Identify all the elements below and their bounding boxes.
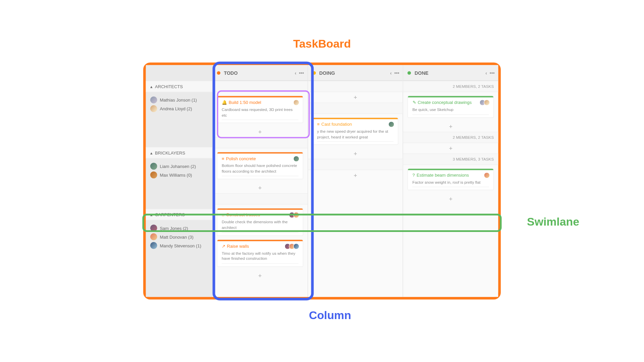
task-card[interactable]: 🔔Build 1:50 modelCardboard was requested…: [217, 96, 303, 123]
annotation-column: Column: [309, 309, 351, 322]
avatar: [484, 172, 490, 178]
more-icon[interactable]: •••: [299, 70, 304, 75]
swimlane-name: BRICKLAYERS: [155, 150, 185, 155]
task-cell: 🔔Build 1:50 modelCardboard was requested…: [213, 92, 308, 127]
task-description: y the new speed dryer acquired for the s…: [317, 129, 393, 142]
member-item[interactable]: Mandy Stevenson (1): [150, 242, 208, 249]
task-icon: ≡: [317, 122, 320, 126]
column-title: DOING: [319, 70, 335, 75]
task-assignees: [486, 172, 490, 178]
task-icon: ✎: [413, 100, 416, 105]
avatar: [150, 225, 157, 232]
task-description: Cardboard was requested, 3D print trees …: [222, 107, 298, 120]
task-card[interactable]: ⌂Construct trussesDouble check the dimen…: [217, 208, 303, 236]
task-description: Factor snow weight in, roof is pretty fl…: [413, 180, 489, 187]
chevron-up-icon: ▴: [150, 212, 153, 217]
task-card[interactable]: ≡Cast foundationy the new speed dryer ac…: [312, 117, 398, 145]
avatar: [150, 171, 157, 178]
task-title: Estimate beam dimensions: [417, 173, 469, 177]
member-item[interactable]: Sam Jones (2): [150, 225, 208, 232]
member-name: Matt Donovan (3): [160, 234, 193, 239]
task-icon: ↗: [222, 244, 225, 248]
add-task-button[interactable]: +: [403, 194, 498, 204]
member-item[interactable]: Max Williams (0): [150, 171, 208, 178]
task-cell: ≡Polish concreteBottom floor should have…: [213, 148, 308, 183]
task-cell: ?Estimate beam dimensionsFactor snow wei…: [403, 165, 498, 194]
swimlane-name: ARCHITECTS: [155, 84, 183, 89]
swimlane-header[interactable]: ▴BRICKLAYERS: [146, 147, 212, 159]
add-task-button[interactable]: +: [213, 127, 308, 137]
member-item[interactable]: Matt Donovan (3): [150, 233, 208, 240]
chevron-up-icon: ▴: [150, 84, 153, 89]
member-name: Mathias Jonson (1): [160, 98, 197, 102]
task-description: Be quick, use Sketchup: [413, 107, 489, 115]
task-cell: ≡Cast foundationy the new speed dryer ac…: [308, 114, 403, 148]
task-cell: ⌂Construct trussesDouble check the dimen…: [213, 205, 308, 270]
chevron-left-icon[interactable]: ‹: [390, 70, 392, 75]
add-task-button[interactable]: +: [403, 143, 498, 153]
task-title: Create conceptual drawings: [418, 100, 472, 105]
task-icon: 🔔: [222, 100, 227, 105]
column-header[interactable]: DOING‹•••: [308, 65, 403, 81]
task-assignees: [290, 212, 299, 218]
swimlane-members: Liam Johansen (2)Max Williams (0): [146, 158, 212, 183]
avatar: [293, 212, 299, 218]
chevron-left-icon[interactable]: ‹: [485, 70, 487, 75]
more-icon[interactable]: •••: [490, 70, 495, 75]
member-name: Andrea Lloyd (2): [160, 106, 192, 111]
task-card[interactable]: ✎Create conceptual drawingsBe quick, use…: [408, 96, 494, 118]
task-card[interactable]: ?Estimate beam dimensionsFactor snow wei…: [408, 168, 494, 190]
avatar: [150, 105, 157, 112]
task-description: Timo at the factory will notify us when …: [222, 250, 298, 263]
column-doing: DOING‹••• + ≡Cast foundationy the new sp…: [308, 65, 403, 297]
status-dot: [217, 71, 220, 74]
add-task-button[interactable]: +: [213, 183, 308, 193]
add-task-button[interactable]: +: [308, 92, 403, 103]
member-item[interactable]: Mathias Jonson (1): [150, 97, 208, 104]
add-task-button[interactable]: +: [403, 121, 498, 131]
task-assignees: [286, 243, 299, 249]
more-icon[interactable]: •••: [394, 70, 399, 75]
task-title: Raise walls: [227, 244, 249, 248]
member-item[interactable]: Liam Johansen (2): [150, 163, 208, 170]
add-task-button[interactable]: +: [213, 270, 308, 281]
avatar: [293, 156, 299, 162]
add-task-button[interactable]: +: [308, 148, 403, 159]
avatar: [293, 100, 299, 106]
task-card[interactable]: ≡Polish concreteBottom floor should have…: [217, 152, 303, 179]
member-name: Mandy Stevenson (1): [160, 243, 201, 248]
column-header[interactable]: DONE‹•••: [403, 65, 498, 81]
avatar: [484, 100, 490, 106]
task-description: Double check the dimensions with the arc…: [222, 220, 298, 233]
taskboard: ▴ARCHITECTSMathias Jonson (1)Andrea Lloy…: [143, 62, 501, 299]
swimlane-members: Sam Jones (2)Matt Donovan (3)Mandy Steve…: [146, 220, 212, 253]
swimlane-header[interactable]: ▴CARPENTERS: [146, 209, 212, 220]
swimlane-members: Mathias Jonson (1)Andrea Lloyd (2): [146, 92, 212, 117]
task-card[interactable]: ↗Raise wallsTimo at the factory will not…: [217, 239, 303, 267]
swimlane-header[interactable]: ▴ARCHITECTS: [146, 81, 212, 92]
annotation-taskboard: TaskBoard: [293, 37, 351, 51]
column-todo: TODO‹••• 🔔Build 1:50 modelCardboard was …: [213, 65, 308, 297]
task-cell: ✎Create conceptual drawingsBe quick, use…: [403, 92, 498, 121]
task-icon: ≡: [222, 156, 224, 161]
chevron-left-icon[interactable]: ‹: [295, 70, 297, 75]
avatar: [150, 97, 157, 104]
status-dot: [408, 71, 411, 74]
task-assignees: [295, 156, 299, 162]
task-title: Build 1:50 model: [229, 100, 261, 105]
task-icon: ⌂: [222, 213, 224, 217]
member-item[interactable]: Andrea Lloyd (2): [150, 105, 208, 112]
avatar: [150, 163, 157, 170]
column-header[interactable]: TODO‹•••: [213, 65, 308, 81]
column-title: DONE: [415, 70, 428, 75]
member-name: Max Williams (0): [160, 173, 192, 177]
avatar: [150, 242, 157, 249]
swimlane-stats: 2 MEMBERS, 2 TASKS: [403, 132, 498, 143]
swimlane-sidebar: ▴ARCHITECTSMathias Jonson (1)Andrea Lloy…: [146, 65, 213, 297]
avatar: [388, 121, 394, 127]
avatar: [150, 233, 157, 240]
task-title: Construct trusses: [226, 213, 260, 217]
add-task-button[interactable]: +: [308, 170, 403, 181]
swimlane-stats: 3 MEMBERS, 3 TASKS: [403, 154, 498, 165]
swimlane-name: CARPENTERS: [155, 212, 185, 217]
